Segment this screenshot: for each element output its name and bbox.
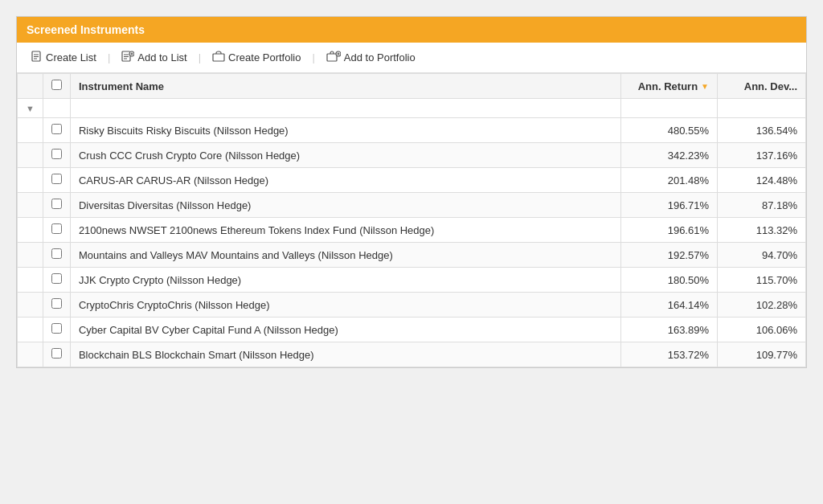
th-ann-dev[interactable]: Ann. Dev... [718, 74, 806, 99]
row-expand-cell [18, 243, 43, 268]
row-checkbox-2[interactable] [51, 174, 62, 184]
row-expand-cell [18, 193, 43, 218]
toolbar: Create List | Add to List | [17, 43, 806, 73]
row-checkbox-3[interactable] [51, 199, 62, 209]
create-portfolio-label: Create Portfolio [228, 51, 301, 64]
row-check-cell [43, 293, 70, 318]
row-expand-cell [18, 293, 43, 318]
filter-name-cell [70, 99, 620, 118]
th-ann-return[interactable]: Ann. Return ▼ [621, 74, 718, 99]
row-instrument-name: JJK Crypto Crypto (Nilsson Hedge) [70, 268, 620, 293]
row-check-cell [43, 342, 70, 367]
table-filter-row: ▼ [18, 99, 806, 118]
row-instrument-name: 2100news NWSET 2100news Ethereum Tokens … [70, 218, 620, 243]
row-check-cell [43, 268, 70, 293]
table-row: JJK Crypto Crypto (Nilsson Hedge) 180.50… [18, 268, 806, 293]
row-ann-dev: 109.77% [718, 342, 806, 367]
row-instrument-name: Blockchain BLS Blockchain Smart (Nilsson… [70, 342, 620, 367]
th-checkbox [43, 74, 70, 99]
table-row: Crush CCC Crush Crypto Core (Nilsson Hed… [18, 143, 806, 168]
row-instrument-name: Mountains and Valleys MAV Mountains and … [70, 243, 620, 268]
row-expand-cell [18, 268, 43, 293]
row-expand-cell [18, 143, 43, 168]
main-container: Screened Instruments Create List | [16, 16, 807, 368]
row-expand-cell [18, 118, 43, 143]
table-body: Risky Biscuits Risky Biscuits (Nilsson H… [18, 118, 806, 367]
filter-check-cell [43, 99, 70, 118]
row-ann-dev: 136.54% [718, 118, 806, 143]
table-header-row: Instrument Name Ann. Return ▼ Ann. Dev..… [18, 74, 806, 99]
th-instrument-name: Instrument Name [70, 74, 620, 99]
row-ann-return: 342.23% [621, 143, 718, 168]
separator-1: | [108, 51, 110, 64]
svg-rect-12 [327, 54, 337, 61]
row-checkbox-4[interactable] [51, 223, 62, 234]
row-ann-return: 163.89% [621, 318, 718, 342]
row-check-cell [43, 243, 70, 268]
table-row: 2100news NWSET 2100news Ethereum Tokens … [18, 218, 806, 243]
filter-expand-cell: ▼ [18, 99, 43, 118]
row-check-cell [43, 318, 70, 342]
filter-dev-cell [718, 99, 806, 118]
table-row: Mountains and Valleys MAV Mountains and … [18, 243, 806, 268]
add-to-list-label: Add to List [137, 51, 186, 64]
row-ann-dev: 113.32% [718, 218, 806, 243]
svg-rect-11 [213, 54, 224, 61]
add-to-list-icon [121, 51, 134, 64]
row-instrument-name: CryptoChris CryptoChris (Nilsson Hedge) [70, 293, 620, 318]
row-ann-return: 192.57% [621, 243, 718, 268]
sort-arrow-icon: ▼ [701, 82, 709, 91]
row-check-cell [43, 168, 70, 193]
table-row: Diversitas Diversitas (Nilsson Hedge) 19… [18, 193, 806, 218]
filter-arrow-icon: ▼ [26, 104, 35, 113]
separator-2: | [199, 51, 201, 64]
create-list-icon [31, 51, 43, 64]
row-checkbox-5[interactable] [51, 248, 62, 259]
create-list-label: Create List [46, 51, 96, 64]
row-checkbox-9[interactable] [51, 348, 62, 359]
separator-3: | [312, 51, 314, 64]
row-ann-return: 196.71% [621, 193, 718, 218]
row-ann-return: 153.72% [621, 342, 718, 367]
row-instrument-name: Crush CCC Crush Crypto Core (Nilsson Hed… [70, 143, 620, 168]
row-check-cell [43, 193, 70, 218]
add-to-portfolio-label: Add to Portfolio [344, 51, 416, 64]
th-expand [18, 74, 43, 99]
row-instrument-name: Risky Biscuits Risky Biscuits (Nilsson H… [70, 118, 620, 143]
row-checkbox-6[interactable] [51, 273, 62, 284]
add-to-portfolio-button[interactable]: Add to Portfolio [321, 49, 420, 66]
table-wrapper: Instrument Name Ann. Return ▼ Ann. Dev..… [17, 73, 806, 367]
row-ann-dev: 102.28% [718, 293, 806, 318]
row-checkbox-7[interactable] [51, 298, 62, 309]
table-row: Blockchain BLS Blockchain Smart (Nilsson… [18, 342, 806, 367]
row-checkbox-8[interactable] [51, 323, 62, 334]
row-expand-cell [18, 318, 43, 342]
add-to-portfolio-icon [326, 51, 341, 64]
row-ann-dev: 137.16% [718, 143, 806, 168]
row-ann-return: 201.48% [621, 168, 718, 193]
create-portfolio-icon [212, 51, 225, 64]
row-ann-return: 480.55% [621, 118, 718, 143]
row-ann-dev: 94.70% [718, 243, 806, 268]
row-checkbox-1[interactable] [51, 149, 62, 159]
row-checkbox-0[interactable] [51, 124, 62, 134]
create-portfolio-button[interactable]: Create Portfolio [207, 49, 305, 66]
table-row: CARUS-AR CARUS-AR (Nilsson Hedge) 201.48… [18, 168, 806, 193]
table-row: Cyber Capital BV Cyber Capital Fund A (N… [18, 318, 806, 342]
table-row: Risky Biscuits Risky Biscuits (Nilsson H… [18, 118, 806, 143]
row-instrument-name: Diversitas Diversitas (Nilsson Hedge) [70, 193, 620, 218]
row-check-cell [43, 218, 70, 243]
add-to-list-button[interactable]: Add to List [117, 49, 191, 66]
create-list-button[interactable]: Create List [27, 49, 101, 66]
row-check-cell [43, 143, 70, 168]
header-bar: Screened Instruments [17, 17, 806, 43]
row-expand-cell [18, 342, 43, 367]
row-instrument-name: CARUS-AR CARUS-AR (Nilsson Hedge) [70, 168, 620, 193]
select-all-checkbox[interactable] [51, 80, 62, 90]
row-ann-return: 164.14% [621, 293, 718, 318]
page-title: Screened Instruments [27, 23, 145, 36]
row-instrument-name: Cyber Capital BV Cyber Capital Fund A (N… [70, 318, 620, 342]
row-ann-dev: 106.06% [718, 318, 806, 342]
row-ann-return: 196.61% [621, 218, 718, 243]
row-ann-return: 180.50% [621, 268, 718, 293]
